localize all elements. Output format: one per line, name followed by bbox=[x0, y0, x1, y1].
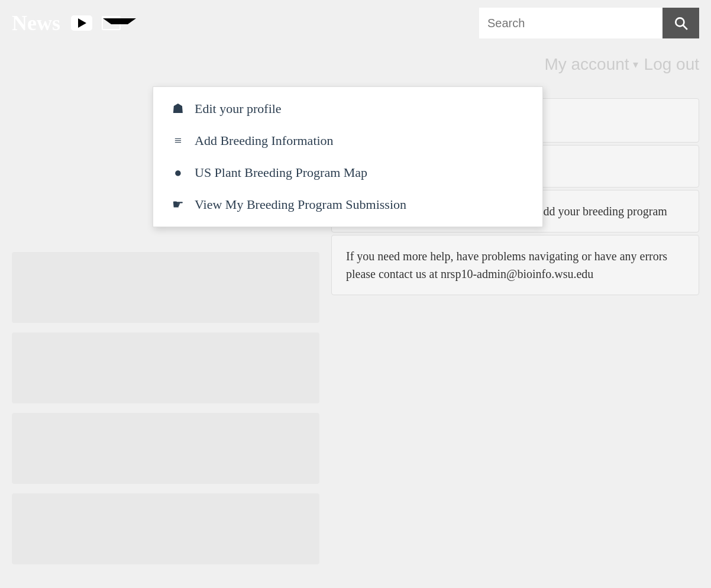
person-icon: ☗ bbox=[170, 101, 186, 117]
chevron-down-icon: ▾ bbox=[633, 58, 638, 71]
search-input[interactable] bbox=[479, 8, 662, 38]
header-icons bbox=[71, 15, 479, 31]
database-icon: ≡ bbox=[170, 133, 186, 148]
news-label: News bbox=[12, 11, 60, 35]
content-card-3 bbox=[12, 413, 319, 484]
content-card-2 bbox=[12, 332, 319, 403]
youtube-icon[interactable] bbox=[71, 15, 92, 31]
search-icon bbox=[673, 15, 689, 31]
us-plant-map-item[interactable]: ● US Plant Breeding Program Map bbox=[153, 157, 542, 189]
logout-button[interactable]: Log out bbox=[644, 55, 699, 74]
view-submission-label: View My Breeding Program Submission bbox=[195, 197, 406, 212]
email-icon[interactable] bbox=[102, 16, 121, 30]
pin-icon: ● bbox=[170, 165, 186, 180]
my-account-label: My account bbox=[544, 55, 629, 74]
content-card-4 bbox=[12, 493, 319, 564]
add-breeding-info-item[interactable]: ≡ Add Breeding Information bbox=[153, 125, 542, 157]
account-dropdown-menu: ☗ Edit your profile ≡ Add Breeding Infor… bbox=[153, 86, 543, 227]
logout-label: Log out bbox=[644, 55, 699, 73]
eye-icon: ☛ bbox=[170, 197, 186, 212]
add-breeding-info-label: Add Breeding Information bbox=[195, 133, 334, 148]
edit-profile-item[interactable]: ☗ Edit your profile bbox=[153, 93, 542, 125]
us-plant-map-label: US Plant Breeding Program Map bbox=[195, 165, 367, 180]
content-card-1 bbox=[12, 252, 319, 323]
search-area bbox=[479, 8, 699, 38]
svg-line-1 bbox=[683, 25, 687, 30]
search-button[interactable] bbox=[662, 8, 699, 38]
site-header: News My account ▾ Log out bbox=[0, 0, 711, 86]
my-account-button[interactable]: My account ▾ bbox=[544, 55, 638, 74]
svg-point-0 bbox=[676, 18, 684, 26]
edit-profile-label: Edit your profile bbox=[195, 101, 282, 117]
help-card: If you need more help, have problems nav… bbox=[331, 235, 699, 295]
help-text: If you need more help, have problems nav… bbox=[346, 250, 667, 280]
left-column bbox=[12, 252, 319, 564]
view-submission-item[interactable]: ☛ View My Breeding Program Submission bbox=[153, 189, 542, 221]
